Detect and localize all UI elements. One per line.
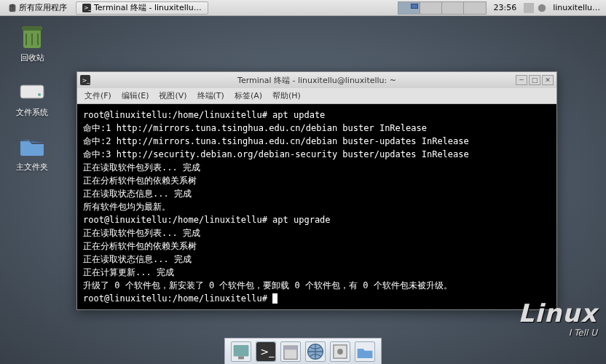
terminal-window-icon: >_ <box>80 75 90 85</box>
terminal-line: 正在分析软件包的依赖关系树 <box>83 174 551 187</box>
workspace-4[interactable] <box>464 2 486 14</box>
workspace-3[interactable] <box>442 2 464 14</box>
desktop-icon <box>232 342 251 361</box>
home-label: 主文件夹 <box>16 162 48 173</box>
trash-label: 回收站 <box>20 52 44 63</box>
folder-icon <box>17 131 47 160</box>
workspace-1[interactable] <box>398 2 420 14</box>
dock-terminal[interactable]: >_ <box>256 341 276 362</box>
filesystem-label: 文件系统 <box>16 107 48 118</box>
terminal-window: >_ Terminal 终端 - linuxitellu@linuxitellu… <box>76 71 557 310</box>
minimize-button[interactable]: ─ <box>516 75 527 85</box>
terminal-line: 正在分析软件包的依赖关系树 <box>83 240 551 253</box>
terminal-output[interactable]: root@linuxitellu:/home/linuxitellu# apt … <box>77 104 556 309</box>
tray-icon-2[interactable] <box>537 3 547 13</box>
trash-icon[interactable]: 回收站 <box>10 22 54 63</box>
desktop-icons: 回收站 文件系统 主文件夹 <box>10 22 54 173</box>
mouse-icon <box>7 3 17 13</box>
dock: >_ <box>224 338 382 364</box>
panel-right: 23:56 linuxitellu… <box>398 1 607 15</box>
terminal-line: root@linuxitellu:/home/linuxitellu# apt … <box>83 108 551 122</box>
svg-rect-11 <box>238 356 244 359</box>
menu-terminal[interactable]: 终端(T) <box>197 90 224 101</box>
dock-show-desktop[interactable] <box>231 341 251 362</box>
taskbar-label: Terminal 终端 - linuxitellu… <box>94 2 202 13</box>
svg-point-7 <box>38 93 41 96</box>
svg-rect-15 <box>284 346 297 349</box>
window-controls: ─ □ ✕ <box>516 75 554 85</box>
svg-text:>_: >_ <box>82 77 90 84</box>
watermark-title: Linux <box>518 298 597 328</box>
settings-icon <box>331 342 350 361</box>
globe-icon <box>306 342 325 361</box>
terminal-line: root@linuxitellu:/home/linuxitellu# apt … <box>83 213 551 226</box>
titlebar[interactable]: >_ Terminal 终端 - linuxitellu@linuxitellu… <box>77 72 556 88</box>
menu-edit[interactable]: 编辑(E) <box>122 90 149 101</box>
terminal-icon: >_ <box>82 4 91 12</box>
tray-icon-1[interactable] <box>524 3 534 13</box>
menu-file[interactable]: 文件(F) <box>84 90 111 101</box>
terminal-line: 所有软件包均为最新。 <box>83 200 551 213</box>
terminal-line: 正在计算更新... 完成 <box>83 266 551 279</box>
terminal-line: 正在读取状态信息... 完成 <box>83 187 551 200</box>
watermark: Linux I Tell U <box>518 298 597 338</box>
svg-text:>_: >_ <box>84 4 91 11</box>
apps-menu-label: 所有应用程序 <box>19 2 67 13</box>
terminal-line: 命中:1 http://mirrors.tuna.tsinghua.edu.cn… <box>83 122 551 135</box>
home-folder-icon[interactable]: 主文件夹 <box>10 131 54 173</box>
terminal-cursor <box>272 293 278 304</box>
terminal-icon: >_ <box>256 342 275 361</box>
workspace-2[interactable] <box>420 2 442 14</box>
svg-rect-5 <box>22 26 42 31</box>
svg-rect-6 <box>20 85 44 98</box>
dock-files[interactable] <box>280 341 301 362</box>
menubar: 文件(F) 编辑(E) 视图(V) 终端(T) 标签(A) 帮助(H) <box>77 88 556 104</box>
folder-icon <box>355 342 374 361</box>
dock-settings[interactable] <box>330 341 350 362</box>
file-manager-icon <box>281 342 300 361</box>
drive-icon <box>17 76 47 106</box>
watermark-subtitle: I Tell U <box>518 328 597 338</box>
svg-text:>_: >_ <box>260 346 275 357</box>
menu-tabs[interactable]: 标签(A) <box>235 90 262 101</box>
terminal-line: 命中:2 http://mirrors.tuna.tsinghua.edu.cn… <box>83 135 551 148</box>
clock[interactable]: 23:56 <box>489 3 522 12</box>
terminal-line: 正在读取软件包列表... 完成 <box>83 161 551 174</box>
trash-bin-icon <box>17 22 47 51</box>
dock-folder[interactable] <box>355 341 375 362</box>
terminal-line: 正在读取状态信息... 完成 <box>83 253 551 266</box>
menu-help[interactable]: 帮助(H) <box>272 90 301 101</box>
close-button[interactable]: ✕ <box>542 75 554 85</box>
window-title: Terminal 终端 - linuxitellu@linuxitellu: ~ <box>237 75 396 86</box>
menu-view[interactable]: 视图(V) <box>159 90 186 101</box>
svg-rect-10 <box>234 344 249 356</box>
applications-menu[interactable]: 所有应用程序 <box>3 1 71 15</box>
panel-left: 所有应用程序 >_ Terminal 终端 - linuxitellu… <box>0 1 208 15</box>
maximize-button[interactable]: □ <box>529 75 540 85</box>
username[interactable]: linuxitellu… <box>550 3 603 12</box>
dock-web[interactable] <box>305 341 326 362</box>
terminal-line: 正在读取软件包列表... 完成 <box>83 226 551 240</box>
terminal-line: 升级了 0 个软件包，新安装了 0 个软件包，要卸载 0 个软件包，有 0 个软… <box>83 279 551 292</box>
top-panel: 所有应用程序 >_ Terminal 终端 - linuxitellu… 23:… <box>0 0 606 16</box>
svg-point-18 <box>337 349 343 355</box>
filesystem-icon[interactable]: 文件系统 <box>10 76 54 118</box>
terminal-line: root@linuxitellu:/home/linuxitellu# <box>83 292 551 305</box>
svg-point-3 <box>538 4 546 12</box>
terminal-line: 命中:3 http://security.debian.org/debian-s… <box>83 148 551 161</box>
taskbar-terminal[interactable]: >_ Terminal 终端 - linuxitellu… <box>76 1 208 15</box>
svg-rect-2 <box>524 3 534 13</box>
workspace-switcher <box>398 1 487 15</box>
